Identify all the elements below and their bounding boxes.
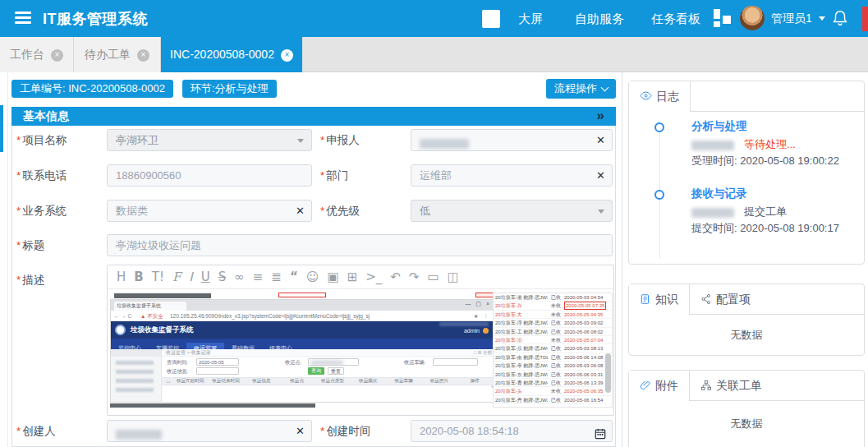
panel-handle[interactable] [0,105,3,152]
tab-ticket-inc[interactable]: INC-20200508-0002× [161,37,302,72]
clear-icon[interactable]: ✕ [296,200,305,221]
close-icon[interactable]: × [281,49,293,62]
clipped-alert-icon [862,7,868,31]
editor-scrollbar[interactable] [605,353,611,393]
mock-admin-user: admin [464,328,489,334]
link-icon[interactable]: ∞ [234,265,245,289]
heading-icon[interactable]: H [117,265,126,289]
mock-record-status: 未收 [551,387,561,395]
mock-record-name: 20垃圾车-工 鹅牌-思JW2 [495,328,548,336]
tab-log[interactable]: 日志 [629,81,691,112]
priority-select[interactable]: 低 [411,200,613,222]
menu-toggle-icon[interactable] [15,12,31,25]
clear-icon[interactable]: ✕ [596,130,605,150]
fullscreen-icon[interactable]: ▭ [427,265,439,289]
nav-task-board[interactable]: 任务看板 [651,12,700,27]
align-icon[interactable]: ≣ [271,265,282,289]
list-icon[interactable]: ≡ [253,265,264,289]
creator-input[interactable]: ✕ [107,420,312,442]
nav-big-screen[interactable]: 大屏 [518,12,543,27]
undo-icon[interactable]: ↶ [390,265,401,289]
tab-knowledge-label: 知识 [655,293,678,306]
knowledge-empty-text: 无数据 [629,315,864,355]
tab-label: 工作台 [10,48,44,61]
collapse-right-icon[interactable]: » [597,107,604,125]
editor-content[interactable]: 垃圾收集监督子系统 — ▢ × ← → C ▲ 不安全 120.195.25.4… [108,289,613,415]
font-family-icon[interactable]: F [172,265,181,289]
tab-attachment[interactable]: 附件 [629,371,690,401]
image-annotation-box [278,293,326,297]
close-icon[interactable]: × [137,49,149,62]
description-editor[interactable]: HBT!FIUS∞≡≣“☺▣⊞>_↶↷▭◫ 垃圾收集监督子系统 — ▢ × ← … [107,265,614,416]
tab-config-items[interactable]: 配置项 [690,284,761,315]
user-name[interactable]: 管理员1 [771,12,812,26]
user-avatar[interactable] [740,6,765,30]
mock-browser-window: 垃圾收集监督子系统 — ▢ × ← → C ▲ 不安全 120.195.25.4… [110,299,494,403]
app-header: IT服务管理系统 大屏 自助服务 任务看板 管理员1 [0,0,868,37]
attachment-card: 附件 关联工单 无数据 [628,370,865,447]
mock-sidebar [111,349,162,402]
preview-icon[interactable]: ◫ [448,265,459,289]
system-input[interactable]: 数据类✕ [107,200,312,222]
log-entry-detail: 等待处理... [691,137,796,152]
mock-record-name: 20垃圾车-兴 [495,302,548,310]
underline-icon[interactable]: U [201,265,210,289]
mock-insecure-warning: ▲ 不安全 [140,311,163,321]
fullscreen-icon[interactable] [482,10,500,28]
sitemap-icon [700,380,712,391]
field-label-system: *业务系统 [16,204,67,219]
screen: IT服务管理系统 大屏 自助服务 任务看板 管理员1 工作台× 待办工单× IN… [0,0,868,447]
project-select[interactable]: 亭湖环卫 [107,129,312,151]
table-icon[interactable]: ⊞ [347,265,358,289]
font-size-icon[interactable]: T! [152,265,164,289]
mock-table-column: 收运频次 [351,378,386,385]
notification-bell-icon[interactable] [831,9,849,27]
tab-related-tickets[interactable]: 关联工单 [690,371,773,401]
close-icon[interactable]: × [51,49,63,62]
created-time-input[interactable]: 2020-05-08 18:54:18 [411,420,613,442]
mock-table-column: 收运结束时间 [208,378,243,385]
mock-record-name: 20垃圾车-头 [495,387,548,395]
editor-toolbar: HBT!FIUS∞≡≣“☺▣⊞>_↶↷▭◫ [108,265,613,289]
title-input[interactable]: 亭湖垃圾收运问题 [107,234,613,256]
redo-icon[interactable]: ↷ [409,265,420,289]
reporter-input[interactable]: ✕ [411,129,613,151]
log-entry-time: 受理时间: 2020-05-08 19:00:22 [691,154,839,168]
mock-record-status: 未收 [551,336,561,344]
page-tabbar: 工作台× 待办工单× INC-20200508-0002× [0,37,868,72]
emoji-icon[interactable]: ☺ [306,265,319,289]
field-label-priority: *优先级 [320,204,360,219]
mock-record-status: 已收 [551,379,561,387]
clear-icon[interactable]: ✕ [296,421,305,441]
nav-self-service[interactable]: 自助服务 [575,12,624,27]
tab-knowledge[interactable]: 知识 [629,284,690,315]
mock-record-time: 2020-05-05 07:35 [564,302,606,310]
italic-icon[interactable]: I [189,265,192,289]
mock-record-time: 2020-05-06 13:39 [564,379,603,387]
code-icon[interactable]: >_ [365,265,382,289]
log-entry-title: 分析与处理 [691,119,747,134]
apps-grid-icon[interactable] [714,9,732,27]
image-icon[interactable]: ▣ [327,265,338,289]
bold-icon[interactable]: B [134,265,143,289]
left-panel-edge [7,72,8,447]
mock-table-header: □收运开始时间收运结束时间收运信息收运点收运点类型收运频次收运车辆收运照片操作 [162,377,495,385]
mock-url: 120.195.25.46:9090/index_x3.jsp?systemCo… [170,311,416,321]
clear-icon[interactable]: ✕ [596,165,605,186]
dept-input[interactable]: 运维部✕ [411,164,613,187]
quote-icon[interactable]: “ [290,265,298,289]
strikethrough-icon[interactable]: S [218,265,227,289]
tab-workbench[interactable]: 工作台× [0,37,74,72]
mock-nav-arrows: ← → C [114,311,131,321]
document-icon [640,293,651,305]
tab-todo-tickets[interactable]: 待办工单× [74,37,161,72]
process-action-button[interactable]: 流程操作 [546,79,616,99]
log-entry-status: 提交工单 [744,205,787,218]
mock-record-name: 20垃圾车-青 鹅牌-思JW4 [495,379,548,387]
basic-info-header: 基本信息 » [11,107,616,126]
ticket-number-badge: 工单编号: INC-20200508-0002 [11,80,173,98]
log-card-header: 日志 [629,81,864,112]
phone-input[interactable]: 18860900560 [107,164,312,187]
mock-record-status: 已收 [551,362,561,370]
mock-nav: 监控中心车辆监控收运监管基础数据报表中心 [111,339,494,349]
